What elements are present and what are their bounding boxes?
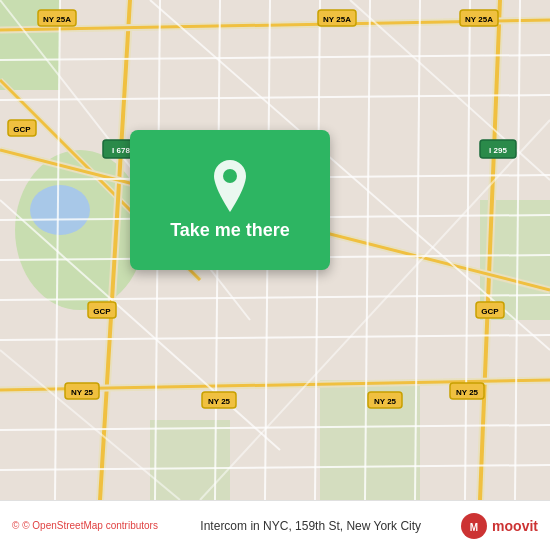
- svg-text:NY 25: NY 25: [374, 397, 397, 406]
- map-container: I 678 I 295 NY 25A NY 25A NY 25A GCP GCP…: [0, 0, 550, 500]
- svg-text:NY 25A: NY 25A: [465, 15, 493, 24]
- osm-icon: ©: [12, 520, 19, 531]
- svg-text:M: M: [470, 522, 478, 533]
- svg-text:NY 25: NY 25: [71, 388, 94, 397]
- svg-text:NY 25A: NY 25A: [43, 15, 71, 24]
- svg-text:NY 25: NY 25: [456, 388, 479, 397]
- moovit-label: moovit: [492, 518, 538, 534]
- osm-credit-text: © OpenStreetMap contributors: [22, 520, 158, 531]
- svg-text:NY 25A: NY 25A: [323, 15, 351, 24]
- svg-text:NY 25: NY 25: [208, 397, 231, 406]
- location-text: Intercom in NYC, 159th St, New York City: [161, 519, 460, 533]
- svg-point-67: [223, 169, 237, 183]
- cta-label: Take me there: [170, 220, 290, 241]
- svg-rect-5: [150, 420, 230, 500]
- bottom-bar: © © OpenStreetMap contributors Intercom …: [0, 500, 550, 550]
- svg-text:I 295: I 295: [489, 146, 507, 155]
- svg-text:I 678: I 678: [112, 146, 130, 155]
- svg-text:GCP: GCP: [481, 307, 499, 316]
- svg-text:GCP: GCP: [13, 125, 31, 134]
- take-me-there-button[interactable]: Take me there: [130, 130, 330, 270]
- osm-credit: © © OpenStreetMap contributors: [12, 520, 161, 531]
- moovit-logo: M moovit: [460, 512, 538, 540]
- moovit-icon: M: [460, 512, 488, 540]
- location-pin-icon: [208, 160, 252, 212]
- svg-text:GCP: GCP: [93, 307, 111, 316]
- svg-point-6: [30, 185, 90, 235]
